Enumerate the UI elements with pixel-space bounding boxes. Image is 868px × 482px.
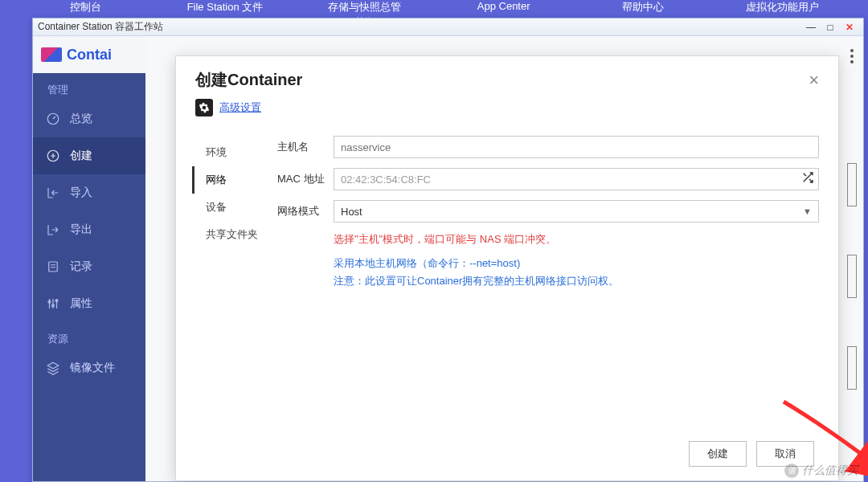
sliders-icon [46, 296, 60, 311]
sidebar-section-manage: 管理 [33, 73, 145, 100]
export-icon [46, 223, 60, 237]
info-text-1: 采用本地主机网络（命令行：--net=host) [334, 255, 819, 272]
tab-network[interactable]: 网络 [192, 166, 272, 194]
layers-icon [46, 361, 60, 375]
sidebar-item-preferences[interactable]: 属性 [33, 285, 145, 322]
topbar-item[interactable]: 控制台 [16, 0, 155, 14]
advanced-settings-row: 高级设置 [195, 99, 261, 116]
tab-device[interactable]: 设备 [192, 194, 272, 221]
gear-icon [195, 99, 213, 116]
mac-label: MAC 地址 [277, 172, 334, 186]
window-close-button[interactable]: ✕ [841, 22, 858, 33]
window-titlebar[interactable]: Container Station 容器工作站 — □ ✕ [33, 18, 863, 36]
warning-text: 选择"主机"模式时，端口可能与 NAS 端口冲突。 [334, 232, 819, 247]
sidebar-item-label: 记录 [70, 259, 92, 274]
window-minimize-button[interactable]: — [802, 22, 820, 33]
sidebar-item-overview[interactable]: 总览 [33, 100, 145, 137]
sidebar: Contai 管理 总览 创建 导入 导出 记录 [33, 36, 145, 481]
import-icon [46, 186, 60, 200]
chevron-down-icon: ▼ [803, 206, 812, 216]
create-button[interactable]: 创建 [689, 441, 747, 467]
network-form: 主机名 MAC 地址 网络模式 Hos [272, 99, 822, 437]
info-text-2: 注意：此设置可让Container拥有完整的主机网络接口访问权。 [334, 272, 819, 290]
sidebar-item-label: 镜像文件 [70, 361, 115, 375]
gauge-icon [46, 112, 60, 126]
topbar-item[interactable]: 帮助中心 [573, 0, 712, 14]
sidebar-item-export[interactable]: 导出 [33, 211, 145, 248]
sidebar-item-label: 导出 [70, 223, 92, 237]
network-mode-value: Host [341, 206, 362, 218]
svg-rect-2 [49, 262, 58, 272]
sidebar-item-label: 导入 [70, 186, 92, 200]
sidebar-item-log[interactable]: 记录 [33, 248, 145, 285]
topbar-item[interactable]: App Center [434, 0, 573, 12]
hostname-label: 主机名 [277, 140, 334, 154]
sidebar-section-resource: 资源 [33, 322, 145, 349]
watermark: 值 什么值得买 [784, 464, 858, 478]
logo-text: Contai [67, 47, 112, 63]
shuffle-icon[interactable] [801, 171, 814, 187]
sidebar-item-label: 创建 [70, 149, 92, 163]
network-mode-label: 网络模式 [277, 204, 334, 219]
topbar-item[interactable]: 虚拟化功能用户 [713, 0, 852, 14]
sidebar-item-import[interactable]: 导入 [33, 174, 145, 211]
window-title: Container Station 容器工作站 [38, 20, 163, 34]
network-mode-select[interactable]: Host ▼ [334, 200, 819, 223]
topbar-item[interactable]: File Station 文件 [155, 0, 294, 14]
dialog-close-button[interactable]: × [809, 71, 819, 89]
app-window: Container Station 容器工作站 — □ ✕ Contai 管理 … [32, 18, 864, 482]
tab-environment[interactable]: 环境 [192, 139, 272, 166]
sidebar-item-label: 属性 [70, 296, 92, 311]
app-logo: Contai [33, 36, 145, 73]
doc-icon [46, 259, 60, 274]
right-gutter [844, 44, 860, 473]
advanced-settings-link[interactable]: 高级设置 [219, 100, 261, 115]
mac-input[interactable] [334, 168, 819, 190]
hostname-input[interactable] [334, 136, 819, 158]
sidebar-item-label: 总览 [70, 112, 92, 126]
settings-tabs: 环境 网络 设备 共享文件夹 [192, 99, 272, 437]
plus-circle-icon [46, 149, 60, 163]
sidebar-item-images[interactable]: 镜像文件 [33, 349, 145, 386]
desktop-topbar: 控制台 File Station 文件 存储与快照总管总管 App Center… [0, 0, 868, 18]
sidebar-item-create[interactable]: 创建 [33, 137, 145, 174]
tab-shared-folder[interactable]: 共享文件夹 [192, 221, 272, 248]
dialog-title: 创建Container [195, 69, 302, 91]
logo-icon [41, 47, 62, 62]
window-maximize-button[interactable]: □ [821, 22, 839, 33]
watermark-icon: 值 [784, 464, 799, 478]
create-container-dialog: 创建Container × 高级设置 环境 网络 设备 共享文件夹 主机名 [175, 55, 839, 481]
